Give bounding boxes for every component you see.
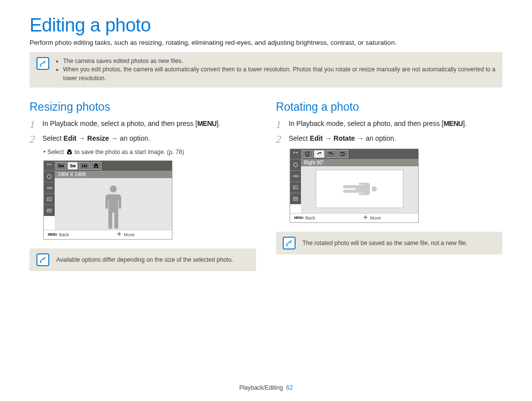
rotate-option-label: Right 90˚ (301, 159, 418, 166)
back-label: Back (305, 216, 315, 220)
svg-text:RGB: RGB (294, 175, 299, 178)
ss-corner-icon (290, 149, 301, 159)
step2-post: → an option. (355, 134, 396, 142)
resize-screenshot: 5м 3м 1м RGB (43, 160, 172, 240)
size-tabs: 5м 3м 1м (55, 161, 172, 171)
side-icon (290, 193, 301, 204)
section-heading-resize: Resizing photos (30, 100, 256, 114)
side-icon (290, 159, 301, 170)
tab-180-icon (337, 150, 348, 158)
resize-note-box: Available options differ depending on th… (30, 248, 256, 271)
step-number: 1 (276, 119, 285, 130)
tab-left90-icon (326, 150, 336, 158)
step1-text: In Playback mode, select a photo, and th… (42, 120, 197, 127)
top-note-item: The camera saves edited photos as new fi… (63, 57, 496, 65)
step-number: 2 (30, 133, 38, 145)
top-note-list: The camera saves edited photos as new fi… (56, 57, 496, 83)
step2-post: → an option. (109, 134, 150, 142)
step-number: 1 (30, 119, 38, 130)
arrow: → (323, 134, 333, 142)
tab-start-image-icon (91, 162, 101, 170)
side-icon (44, 205, 55, 216)
move-glyph-icon (363, 215, 368, 221)
svg-point-8 (48, 199, 49, 200)
subbullet-pre: Select (47, 149, 64, 155)
side-icon (44, 171, 55, 182)
step1-end: ]. (463, 120, 467, 127)
menu-glyph-icon: MENU (48, 233, 57, 236)
arrow: → (76, 134, 87, 142)
step2-edit: Edit (310, 134, 323, 142)
step-1: 1 In Playback mode, select a photo, and … (30, 119, 256, 130)
note-icon (283, 237, 296, 249)
step-number: 2 (276, 133, 285, 145)
silhouette-icon (103, 185, 123, 230)
side-icon: RGB (290, 170, 301, 182)
svg-text:OFF: OFF (306, 155, 309, 157)
top-note-box: The camera saves edited photos as new fi… (30, 52, 502, 88)
rotate-screenshot: OFF RGB Right 90˚ (290, 149, 419, 223)
svg-point-13 (294, 163, 298, 167)
resize-note-text: Available options differ depending on th… (56, 256, 233, 263)
svg-point-4 (96, 166, 97, 167)
svg-point-11 (306, 152, 309, 155)
tab-3m: 3м (67, 162, 78, 170)
step-1: 1 In Playback mode, select a photo, and … (276, 119, 502, 130)
back-label: Back (59, 232, 69, 237)
tab-off-icon: OFF (302, 150, 313, 158)
step1-text: In Playback mode, select a photo, and th… (289, 120, 443, 127)
side-icon (44, 193, 55, 205)
side-icon: RGB (44, 182, 55, 193)
subbullet-post: to save the photo as a start image. (p. … (75, 149, 184, 155)
move-glyph-icon (117, 232, 122, 238)
intro-text: Perform photo editing tasks, such as res… (30, 39, 502, 46)
tab-1m: 1м (79, 162, 90, 170)
step2-rotate: Rotate (333, 134, 355, 142)
move-label: Move (124, 232, 134, 237)
top-note-item: When you edit photos, the camera will au… (63, 65, 496, 83)
step2-edit: Edit (64, 134, 76, 142)
step-2: 2 Select Edit → Rotate → an option. (276, 133, 502, 145)
page-footer: Playback/Editing 62 (0, 384, 532, 391)
svg-text:RGB: RGB (47, 186, 53, 189)
footer-page: 62 (286, 384, 293, 391)
step2-pre: Select (289, 134, 310, 142)
svg-point-16 (295, 187, 296, 188)
side-icon (290, 182, 301, 193)
menu-glyph-icon: MENU (294, 216, 303, 219)
left-column: Resizing photos 1 In Playback mode, sele… (30, 100, 256, 271)
footer-section: Playback/Editing (239, 384, 283, 391)
ss-corner-icon (44, 161, 55, 171)
svg-rect-15 (294, 186, 298, 189)
section-heading-rotate: Rotating a photo (276, 100, 502, 114)
menu-button-label: MENU (197, 120, 216, 127)
note-icon (36, 253, 49, 266)
step2-resize: Resize (87, 134, 109, 142)
step2-pre: Select (42, 134, 64, 142)
note-icon (36, 57, 49, 70)
svg-point-1 (68, 152, 70, 153)
step-2: 2 Select Edit → Resize → an option. (30, 133, 256, 145)
dimensions-label: 1984 X 1488 (55, 171, 172, 178)
tab-right90-icon (314, 150, 325, 158)
rotate-tabs: OFF (301, 149, 418, 159)
rotate-note-box: The rotated photo will be saved as the s… (276, 232, 502, 254)
page-title: Editing a photo (30, 15, 502, 36)
sub-bullet: Select to save the photo as a start imag… (30, 149, 256, 155)
menu-button-label: MENU (443, 120, 463, 127)
rotate-note-text: The rotated photo will be saved as the s… (302, 240, 467, 247)
svg-rect-7 (47, 198, 51, 201)
right-column: Rotating a photo 1 In Playback mode, sel… (276, 100, 502, 271)
move-label: Move (370, 216, 381, 220)
tab-5m: 5м (56, 162, 66, 170)
svg-point-5 (47, 175, 51, 179)
start-image-icon (66, 149, 73, 155)
step1-end: ]. (217, 120, 221, 127)
silhouette-icon (342, 181, 377, 196)
